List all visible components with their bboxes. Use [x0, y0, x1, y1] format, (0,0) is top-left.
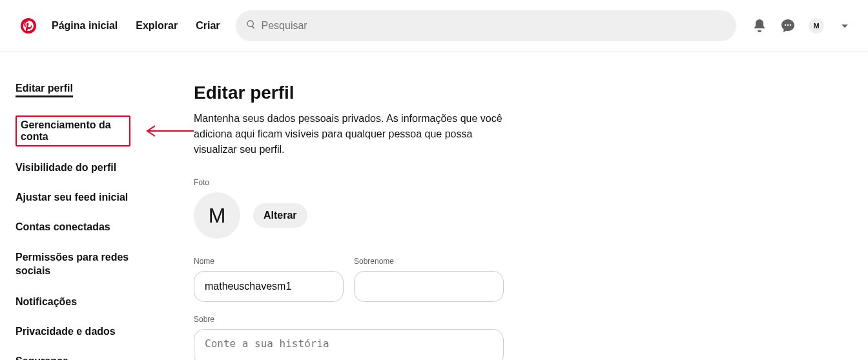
about-label: Sobre	[194, 315, 581, 324]
sidebar-item-privacy-data[interactable]: Privacidade e dados	[16, 326, 116, 337]
chat-icon[interactable]	[780, 18, 796, 34]
photo-label: Foto	[194, 178, 581, 187]
sidebar-item-social-permissions[interactable]: Permissões para redes sociais	[16, 251, 145, 278]
search-bar[interactable]	[236, 10, 736, 41]
about-textarea[interactable]	[194, 329, 504, 360]
search-icon	[246, 19, 262, 32]
arrow-annotation-icon	[142, 125, 194, 137]
nav-explore[interactable]: Explorar	[136, 20, 178, 32]
surname-label: Sobrenome	[354, 257, 504, 266]
nav-create[interactable]: Criar	[196, 20, 220, 32]
page-title: Editar perfil	[194, 83, 581, 103]
topbar: Página inicial Explorar Criar M	[0, 0, 868, 52]
bell-icon[interactable]	[752, 18, 767, 34]
name-row: Nome Sobrenome	[194, 257, 581, 302]
sidebar-item-connected-accounts[interactable]: Contas conectadas	[16, 221, 110, 233]
search-container	[236, 10, 736, 41]
sidebar-item-profile-visibility[interactable]: Visibilidade do perfil	[16, 162, 116, 174]
sidebar-item-notifications[interactable]: Notificações	[16, 296, 77, 308]
nav-home[interactable]: Página inicial	[52, 20, 118, 32]
sidebar-item-edit-profile[interactable]: Editar perfil	[16, 83, 73, 97]
search-input[interactable]	[262, 20, 726, 32]
change-photo-button[interactable]: Alterar	[253, 203, 307, 228]
sidebar: Editar perfil Gerenciamento da conta Vis…	[0, 83, 194, 360]
sidebar-item-account-management[interactable]: Gerenciamento da conta	[16, 115, 130, 146]
pinterest-logo[interactable]	[21, 18, 36, 34]
surname-input[interactable]	[354, 271, 504, 302]
chevron-down-icon[interactable]	[837, 18, 852, 34]
photo-row: M Alterar	[194, 192, 581, 239]
avatar-large: M	[194, 192, 240, 239]
content: Editar perfil Gerenciamento da conta Vis…	[0, 52, 868, 360]
top-icons: M	[752, 18, 852, 34]
name-input[interactable]	[194, 271, 344, 302]
nav-links: Página inicial Explorar Criar	[52, 20, 220, 32]
sidebar-item-security[interactable]: Segurança	[16, 355, 68, 360]
name-label: Nome	[194, 257, 344, 266]
main-panel: Editar perfil Mantenha seus dados pessoa…	[194, 83, 581, 360]
page-description: Mantenha seus dados pessoais privados. A…	[194, 111, 510, 157]
sidebar-item-tune-feed[interactable]: Ajustar seu feed inicial	[16, 192, 128, 203]
avatar-small[interactable]: M	[809, 18, 824, 34]
